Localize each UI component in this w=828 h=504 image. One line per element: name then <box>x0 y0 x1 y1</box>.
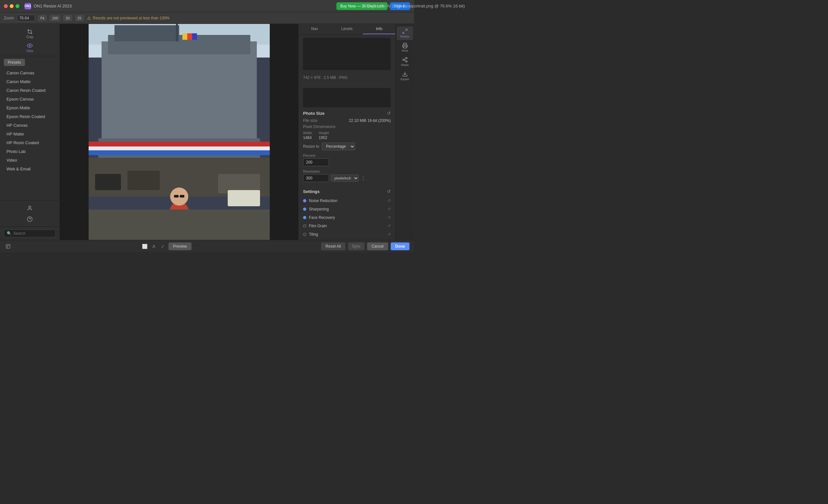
svg-line-39 <box>404 60 406 61</box>
noise-reduction-left: Noise Reduction <box>303 198 337 203</box>
svg-point-0 <box>29 45 31 47</box>
panel-tabs: Nav Levels Info <box>298 24 395 35</box>
sharpening-row: Sharpening ↺ <box>303 205 391 213</box>
settings-header: Settings ↺ <box>303 189 391 194</box>
noise-reduction-reset[interactable]: ↺ <box>387 198 391 203</box>
preset-item-canon-matte[interactable]: Canon Matte <box>0 77 59 86</box>
svg-rect-16 <box>89 146 270 150</box>
file-size-label: File size: <box>303 118 318 123</box>
svg-rect-9 <box>176 24 178 41</box>
svg-rect-19 <box>95 174 121 190</box>
film-grain-dot[interactable] <box>303 224 306 228</box>
preset-item-canon-resin-coated[interactable]: Canon Resin Coated <box>0 86 59 95</box>
zoom-50-button[interactable]: 50 <box>64 15 72 21</box>
help-icon[interactable] <box>25 214 35 224</box>
sharpening-label: Sharpening <box>309 207 329 212</box>
traffic-lights <box>4 4 19 8</box>
print-panel-button[interactable]: Print <box>397 41 413 54</box>
preset-item-canon-canvas[interactable]: Canon Canvas <box>0 68 59 77</box>
bottom-bar-right: Reset All Sync Cancel Done <box>321 242 410 250</box>
share-panel-button[interactable]: Share <box>397 55 413 68</box>
percent-input[interactable] <box>303 158 329 166</box>
export-label: Export <box>401 78 409 81</box>
view-label: View <box>26 49 33 53</box>
text-icon[interactable]: A <box>151 243 158 250</box>
zoom-input[interactable] <box>17 15 35 21</box>
percent-field: Percent <box>303 153 391 166</box>
preset-item-video[interactable]: Video <box>0 156 59 165</box>
tab-nav[interactable]: Nav <box>298 24 331 34</box>
tab-levels[interactable]: Levels <box>331 24 363 34</box>
resolution-input[interactable] <box>303 174 329 182</box>
window-title: ON1 Resize AI 2023 (boatportrait.png @ 7… <box>363 4 414 8</box>
image-info: 742 × 976 · 2.5 MB · PNG <box>303 73 391 85</box>
svg-rect-13 <box>192 33 197 40</box>
check-icon[interactable]: ✓ <box>160 243 167 250</box>
sidebar-item-crop[interactable]: Crop <box>20 27 39 40</box>
tiling-dot[interactable] <box>303 233 306 236</box>
svg-rect-35 <box>403 46 406 48</box>
pixel-dimensions-label: Pixel Dimensions: <box>303 124 391 129</box>
reset-all-button[interactable]: Reset All <box>321 242 345 250</box>
tab-info[interactable]: Info <box>363 24 395 34</box>
done-button[interactable]: Done <box>391 242 410 250</box>
svg-rect-24 <box>174 195 178 197</box>
mask-icon[interactable]: ⬜ <box>141 243 149 250</box>
preset-list: Canon Canvas Canon Matte Canon Resin Coa… <box>0 68 59 173</box>
resolution-options-button[interactable]: ⋮ <box>361 175 366 181</box>
dimensions-row: Width 1484 Height 1952 <box>303 131 391 140</box>
preset-item-epson-canvas[interactable]: Epson Canvas <box>0 95 59 103</box>
minimize-button[interactable] <box>10 4 13 8</box>
search-icon: 🔍 <box>7 231 12 236</box>
settings-reset-button[interactable]: ↺ <box>387 189 391 194</box>
face-recovery-dot[interactable] <box>303 216 306 219</box>
svg-rect-6 <box>101 41 257 145</box>
preset-item-photo-lab[interactable]: Photo Lab <box>0 147 59 156</box>
noise-reduction-dot[interactable] <box>303 199 306 202</box>
cancel-button[interactable]: Cancel <box>367 242 388 250</box>
export-panel-button[interactable]: Export <box>397 69 413 83</box>
close-button[interactable] <box>4 4 8 8</box>
search-input[interactable] <box>13 231 53 236</box>
photo-size-header: Photo Size ↺ <box>303 110 391 116</box>
sharpening-reset[interactable]: ↺ <box>387 207 391 212</box>
film-grain-reset[interactable]: ↺ <box>387 224 391 228</box>
layout-icon[interactable] <box>4 243 12 250</box>
preset-item-epson-resin-coated[interactable]: Epson Resin Coated <box>0 112 59 121</box>
preset-item-web-email[interactable]: Web & Email <box>0 165 59 173</box>
resize-label: Resize <box>401 35 410 38</box>
zoom-25-button[interactable]: 25 <box>75 15 84 21</box>
sidebar-item-view[interactable]: View <box>20 41 39 54</box>
sharpening-dot[interactable] <box>303 208 306 211</box>
sync-button[interactable]: Sync <box>348 242 365 250</box>
user-icon[interactable] <box>25 203 35 213</box>
tiling-reset[interactable]: ↺ <box>387 232 391 237</box>
face-recovery-row: Face Recovery ↺ <box>303 213 391 222</box>
resolution-unit-select[interactable]: pixels/inch pixels/cm <box>331 175 359 182</box>
search-bar-wrap: 🔍 <box>0 227 59 240</box>
film-grain-row: Film Grain ↺ <box>303 222 391 230</box>
canvas-image <box>89 24 270 240</box>
presets-button[interactable]: Presets <box>4 59 25 66</box>
zoom-100-button[interactable]: 100 <box>50 15 60 21</box>
preset-item-hp-resin-coated[interactable]: HP Resin Coated <box>0 138 59 147</box>
height-value: 1952 <box>319 135 329 140</box>
fullscreen-button[interactable] <box>15 4 19 8</box>
resize-to-row: Resize to Percentage Pixels Inches Centi… <box>303 143 391 150</box>
resize-panel-button[interactable]: Resize <box>397 27 413 40</box>
photo-size-title: Photo Size <box>303 111 324 116</box>
preset-item-hp-matte[interactable]: HP Matte <box>0 130 59 138</box>
sidebar-tools: Crop View <box>0 24 59 56</box>
preset-item-hp-canvas[interactable]: HP Canvas <box>0 121 59 130</box>
preset-item-epson-matte[interactable]: Epson Matte <box>0 103 59 112</box>
resize-to-select[interactable]: Percentage Pixels Inches Centimeters <box>322 143 355 150</box>
preview-button[interactable]: Preview <box>168 242 192 250</box>
right-panel: Nav Levels Info 742 × 976 · 2.5 MB · PNG… <box>298 24 395 240</box>
svg-rect-31 <box>89 210 270 240</box>
tiling-left: Tiling <box>303 232 318 237</box>
fit-button[interactable]: Fit <box>38 15 47 21</box>
face-recovery-reset[interactable]: ↺ <box>387 215 391 220</box>
svg-rect-20 <box>127 171 160 190</box>
noise-reduction-row: Noise Reduction ↺ <box>303 196 391 205</box>
photo-size-reset-button[interactable]: ↺ <box>387 110 391 116</box>
